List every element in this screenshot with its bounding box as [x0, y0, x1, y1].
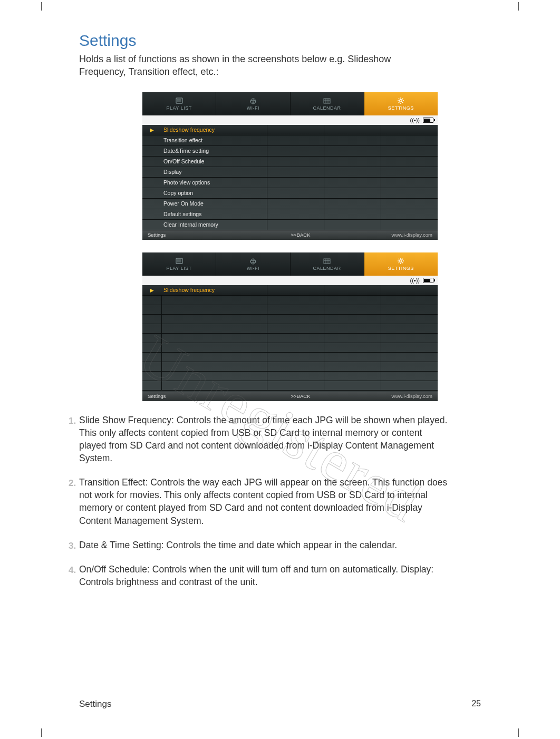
screen-footer: Settings >>BACK www.i-display.com — [142, 230, 438, 240]
playlist-icon — [175, 257, 184, 265]
calendar-icon — [323, 97, 331, 104]
svg-line-18 — [402, 98, 403, 99]
description-item: On/Off Schedule: Controls when the unit … — [79, 563, 448, 588]
svg-line-19 — [399, 102, 399, 102]
settings-row-label: On/Off Schedule — [161, 158, 267, 164]
tab-label: WI-FI — [247, 105, 260, 111]
svg-line-38 — [402, 258, 403, 259]
battery-icon — [423, 118, 433, 123]
tab-calendar[interactable]: CALENDAR — [291, 252, 364, 276]
settings-row[interactable]: ▶On/Off Schedule — [142, 157, 438, 167]
svg-rect-7 — [324, 99, 330, 103]
wifi-icon — [249, 257, 257, 265]
settings-row[interactable]: ▶Display — [142, 167, 438, 178]
tab-label: CALENDAR — [313, 105, 341, 111]
settings-screenshot-1: PLAY LIST WI-FI CALENDAR SETTINGS ((•)) … — [142, 92, 438, 240]
settings-row-label: Clear Internal memory — [161, 221, 267, 228]
svg-point-11 — [400, 99, 402, 101]
svg-line-16 — [399, 98, 399, 99]
description-list: Slide Show Frequency: Controls the amoun… — [79, 414, 448, 589]
svg-rect-27 — [324, 259, 330, 264]
tab-wifi[interactable]: WI-FI — [216, 92, 290, 115]
playlist-icon — [175, 97, 184, 104]
svg-line-39 — [399, 262, 399, 262]
settings-row-label: Power On Mode — [161, 200, 267, 207]
tab-label: PLAY LIST — [167, 105, 192, 111]
wifi-signal-icon: ((•)) — [410, 277, 420, 284]
tab-label: SETTINGS — [388, 105, 414, 111]
settings-row-label: Display — [161, 169, 267, 175]
settings-row-label: Date&Time setting — [161, 148, 267, 154]
back-button[interactable]: >>BACK — [243, 393, 359, 399]
wifi-signal-icon: ((•)) — [410, 117, 420, 123]
battery-icon — [423, 278, 433, 283]
tab-settings[interactable]: SETTINGS — [364, 252, 438, 276]
settings-row-label: Slideshow frequency — [161, 287, 267, 293]
gear-icon — [397, 97, 405, 104]
calendar-icon — [323, 257, 331, 265]
status-bar: ((•)) — [142, 276, 438, 285]
settings-list: ▶Slideshow frequency▶Transition effect▶D… — [142, 125, 438, 230]
footer-url: www.i-display.com — [359, 393, 432, 399]
settings-row[interactable]: ▶Default settings — [142, 209, 438, 220]
tab-wifi[interactable]: WI-FI — [216, 252, 290, 276]
settings-row-label: Copy option — [161, 190, 267, 196]
tab-playlist[interactable]: PLAY LIST — [142, 252, 216, 276]
tab-label: WI-FI — [247, 266, 260, 271]
svg-line-36 — [399, 258, 399, 259]
settings-row-label: Photo view options — [161, 179, 267, 186]
svg-line-37 — [402, 262, 403, 262]
footer-left: Settings — [148, 232, 243, 238]
selection-arrow-icon: ▶ — [142, 287, 161, 293]
empty-grid — [142, 296, 438, 392]
back-button[interactable]: >>BACK — [243, 232, 359, 238]
screen-footer: Settings >>BACK www.i-display.com — [142, 392, 438, 401]
selection-arrow-icon: ▶ — [142, 127, 161, 133]
tab-bar: PLAY LIST WI-FI CALENDAR SETTINGS — [142, 252, 438, 276]
description-item: Date & Time Setting: Controls the time a… — [79, 539, 448, 551]
gear-icon — [397, 257, 405, 265]
settings-row[interactable]: ▶Photo view options — [142, 178, 438, 188]
footer-section-name: Settings — [79, 699, 111, 709]
page-number: 25 — [471, 699, 481, 709]
tab-label: PLAY LIST — [167, 266, 192, 271]
tab-calendar[interactable]: CALENDAR — [291, 92, 364, 115]
settings-row[interactable]: ▶Clear Internal memory — [142, 220, 438, 230]
wifi-icon — [249, 97, 257, 104]
document-page: Settings Holds a list of functions as sh… — [0, 0, 560, 739]
settings-row[interactable]: ▶Slideshow frequency — [142, 285, 438, 296]
tab-label: CALENDAR — [313, 266, 341, 271]
description-item: Transition Effect: Controls the way each… — [79, 476, 448, 527]
footer-left: Settings — [148, 393, 243, 399]
svg-point-31 — [400, 259, 402, 261]
tab-bar: PLAY LIST WI-FI CALENDAR SETTINGS — [142, 92, 438, 115]
page-intro: Holds a list of functions as shown in th… — [79, 53, 438, 79]
settings-row-label: Transition effect — [161, 137, 267, 143]
page-footer: Settings 25 — [79, 699, 481, 709]
tab-settings[interactable]: SETTINGS — [364, 92, 438, 115]
settings-row-label: Slideshow frequency — [161, 127, 267, 133]
settings-row[interactable]: ▶Transition effect — [142, 135, 438, 146]
description-item: Slide Show Frequency: Controls the amoun… — [79, 414, 448, 465]
svg-line-17 — [402, 102, 403, 102]
settings-row[interactable]: ▶Power On Mode — [142, 199, 438, 209]
settings-row[interactable]: ▶Copy option — [142, 188, 438, 199]
settings-row[interactable]: ▶Date&Time setting — [142, 146, 438, 157]
settings-list-expanded: ▶Slideshow frequency — [142, 285, 438, 392]
settings-screenshot-2: PLAY LIST WI-FI CALENDAR SETTINGS ((•)) … — [142, 252, 438, 401]
status-bar: ((•)) — [142, 115, 438, 125]
page-title: Settings — [79, 32, 513, 50]
tab-playlist[interactable]: PLAY LIST — [142, 92, 216, 115]
settings-row[interactable]: ▶Slideshow frequency — [142, 125, 438, 135]
footer-url: www.i-display.com — [359, 232, 432, 238]
tab-label: SETTINGS — [388, 266, 414, 271]
settings-row-label: Default settings — [161, 211, 267, 217]
